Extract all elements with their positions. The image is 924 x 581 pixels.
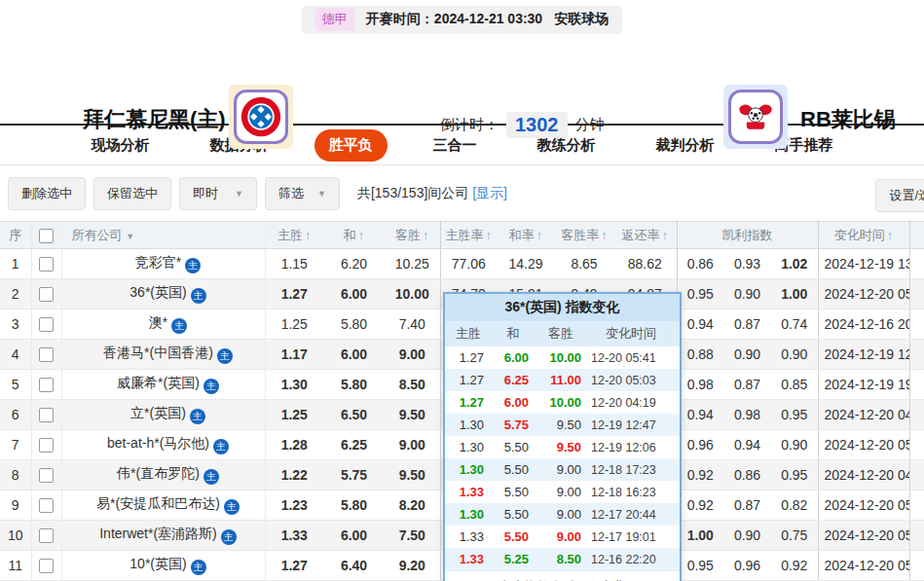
company-name[interactable]: Interwet*(塞浦路斯) bbox=[99, 526, 217, 541]
row-checkbox[interactable] bbox=[39, 317, 54, 332]
history-away-odds[interactable]: 9.00 bbox=[535, 462, 587, 477]
history-draw-odds[interactable]: 6.00 bbox=[492, 350, 535, 365]
odds-home[interactable]: 1.28 bbox=[265, 430, 323, 460]
odds-home[interactable]: 1.27 bbox=[265, 551, 323, 581]
tab-item[interactable]: 胜平负 bbox=[314, 129, 388, 162]
keep-selected-button[interactable]: 保留选中 bbox=[93, 177, 171, 210]
history-home-odds[interactable]: 1.27 bbox=[445, 395, 492, 410]
odds-home[interactable]: 1.15 bbox=[265, 249, 323, 279]
show-link[interactable]: [显示] bbox=[472, 185, 507, 200]
company-name[interactable]: 36*(英国) bbox=[129, 284, 186, 300]
row-checkbox[interactable] bbox=[39, 498, 54, 513]
delete-selected-button[interactable]: 删除选中 bbox=[8, 177, 86, 210]
odds-home[interactable]: 1.23 bbox=[265, 490, 323, 521]
company-cell[interactable]: 伟*(直布罗陀)主 bbox=[61, 460, 265, 490]
company-cell[interactable]: 澳*主 bbox=[61, 309, 265, 340]
history-away-odds[interactable]: 9.00 bbox=[535, 529, 587, 544]
history-away-odds[interactable]: 10.00 bbox=[535, 395, 587, 410]
odds-away[interactable]: 7.50 bbox=[385, 521, 440, 551]
header-away-odds[interactable]: 客胜↑ bbox=[385, 222, 440, 249]
company-cell[interactable]: Interwet*(塞浦路斯)主 bbox=[61, 521, 265, 551]
odds-away[interactable]: 9.50 bbox=[385, 460, 440, 490]
odds-away[interactable]: 8.20 bbox=[385, 490, 440, 521]
odds-draw[interactable]: 5.80 bbox=[323, 370, 385, 400]
odds-draw[interactable]: 5.80 bbox=[323, 309, 385, 340]
row-checkbox[interactable] bbox=[39, 347, 54, 362]
odds-home[interactable]: 1.25 bbox=[265, 400, 323, 430]
company-name[interactable]: bet-at-h*(马尔他) bbox=[107, 435, 209, 451]
odds-away[interactable]: 8.50 bbox=[385, 370, 440, 400]
history-home-odds[interactable]: 1.33 bbox=[445, 529, 492, 544]
history-draw-odds[interactable]: 5.50 bbox=[492, 485, 535, 499]
history-draw-odds[interactable]: 5.50 bbox=[492, 529, 535, 544]
company-name[interactable]: 香港马*(中国香港) bbox=[103, 345, 213, 360]
company-cell[interactable]: 威廉希*(英国)主 bbox=[61, 370, 265, 400]
history-away-odds[interactable]: 9.00 bbox=[535, 507, 587, 522]
company-cell[interactable]: 立*(英国)主 bbox=[61, 400, 265, 430]
odds-draw[interactable]: 6.00 bbox=[323, 279, 385, 309]
history-away-odds[interactable]: 9.50 bbox=[535, 418, 587, 432]
history-home-odds[interactable]: 1.27 bbox=[445, 373, 492, 387]
company-name[interactable]: 10*(英国) bbox=[129, 556, 186, 571]
history-away-odds[interactable]: 8.50 bbox=[535, 552, 587, 566]
select-all-checkbox[interactable] bbox=[39, 229, 54, 243]
company-cell[interactable]: 易*(安提瓜和巴布达)主 bbox=[61, 490, 265, 521]
odds-draw[interactable]: 6.50 bbox=[323, 400, 385, 430]
odds-draw[interactable]: 6.40 bbox=[323, 551, 385, 581]
history-home-odds[interactable]: 1.30 bbox=[445, 440, 492, 454]
history-home-odds[interactable]: 1.33 bbox=[445, 485, 492, 499]
company-name[interactable]: 澳* bbox=[149, 314, 167, 330]
odds-draw[interactable]: 5.75 bbox=[323, 460, 385, 490]
filter-dropdown[interactable]: 筛选▼ bbox=[265, 177, 340, 210]
history-home-odds[interactable]: 1.30 bbox=[445, 418, 492, 432]
header-away-rate[interactable]: 客胜率↑ bbox=[555, 222, 613, 249]
history-draw-odds[interactable]: 6.25 bbox=[492, 373, 535, 387]
history-home-odds[interactable]: 1.30 bbox=[445, 462, 492, 477]
odds-home[interactable]: 1.17 bbox=[265, 340, 323, 370]
company-name[interactable]: 易*(安提瓜和巴布达) bbox=[96, 495, 220, 511]
odds-home[interactable]: 1.30 bbox=[265, 370, 323, 400]
header-home-odds[interactable]: 主胜↑ bbox=[265, 222, 323, 249]
odds-away[interactable]: 9.50 bbox=[385, 400, 440, 430]
history-away-odds[interactable]: 10.00 bbox=[535, 350, 587, 365]
header-return-rate[interactable]: 返还率↑ bbox=[613, 222, 677, 249]
history-draw-odds[interactable]: 5.25 bbox=[492, 552, 535, 566]
company-name[interactable]: 威廉希*(英国) bbox=[117, 375, 200, 390]
settings-button[interactable]: 设置/选择 bbox=[875, 179, 924, 212]
instant-dropdown[interactable]: 即时▼ bbox=[179, 177, 257, 210]
tab-item[interactable]: 裁判分析 bbox=[642, 129, 729, 162]
odds-draw[interactable]: 6.20 bbox=[323, 249, 385, 279]
company-cell[interactable]: 香港马*(中国香港)主 bbox=[61, 340, 265, 370]
company-name[interactable]: 竞彩官* bbox=[135, 254, 181, 270]
odds-away[interactable]: 9.20 bbox=[385, 551, 440, 581]
odds-draw[interactable]: 6.25 bbox=[323, 430, 385, 460]
row-checkbox[interactable] bbox=[39, 528, 54, 543]
odds-draw[interactable]: 6.00 bbox=[323, 521, 385, 551]
header-draw-rate[interactable]: 和率↑ bbox=[497, 222, 555, 249]
history-home-odds[interactable]: 1.33 bbox=[445, 552, 492, 566]
history-draw-odds[interactable]: 5.50 bbox=[492, 440, 535, 454]
header-company[interactable]: 所有公司 ▼ bbox=[61, 222, 265, 249]
row-checkbox[interactable] bbox=[39, 559, 54, 573]
row-checkbox[interactable] bbox=[39, 287, 54, 302]
history-draw-odds[interactable]: 5.75 bbox=[492, 418, 535, 432]
history-home-odds[interactable]: 1.30 bbox=[445, 507, 492, 522]
header-home-rate[interactable]: 主胜率↑ bbox=[440, 222, 497, 249]
company-cell[interactable]: 竞彩官*主 bbox=[61, 249, 265, 279]
odds-home[interactable]: 1.25 bbox=[265, 309, 323, 340]
history-away-odds[interactable]: 9.50 bbox=[535, 440, 587, 454]
row-checkbox[interactable] bbox=[39, 378, 54, 392]
odds-home[interactable]: 1.33 bbox=[265, 521, 323, 551]
header-draw-odds[interactable]: 和↑ bbox=[323, 222, 385, 249]
history-draw-odds[interactable]: 5.50 bbox=[492, 462, 535, 477]
odds-away[interactable]: 10.00 bbox=[385, 279, 440, 309]
company-name[interactable]: 立*(英国) bbox=[130, 405, 186, 420]
odds-draw[interactable]: 6.00 bbox=[323, 340, 385, 370]
company-cell[interactable]: 36*(英国)主 bbox=[61, 279, 265, 309]
odds-draw[interactable]: 5.80 bbox=[323, 490, 385, 521]
company-name[interactable]: 伟*(直布罗陀) bbox=[117, 465, 200, 481]
odds-away[interactable]: 10.25 bbox=[385, 249, 440, 279]
odds-away[interactable]: 9.00 bbox=[385, 430, 440, 460]
history-home-odds[interactable]: 1.27 bbox=[445, 350, 492, 365]
header-change-time[interactable]: 变化时间↑ bbox=[818, 222, 909, 249]
